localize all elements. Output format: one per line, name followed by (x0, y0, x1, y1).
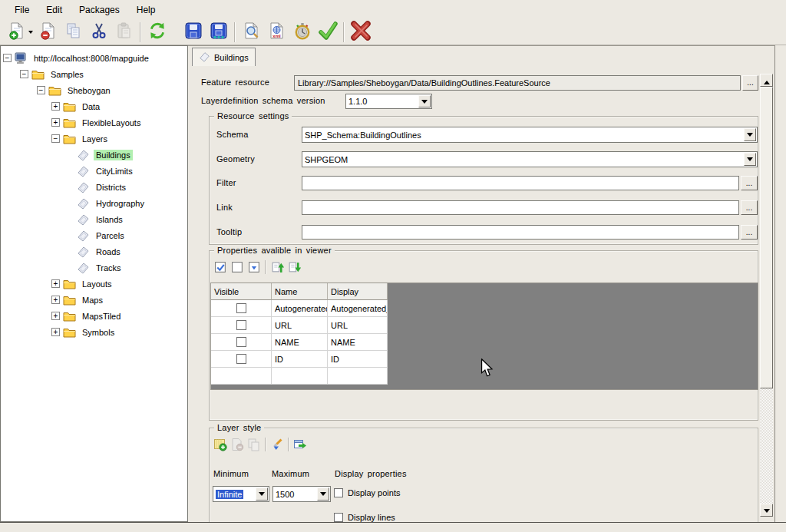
tree-item-label[interactable]: http://localhost:8008/mapguide (31, 53, 151, 64)
filter-browse-button[interactable]: ... (741, 176, 758, 190)
save-button[interactable] (180, 21, 206, 44)
schema-version-select[interactable]: 1.1.0 (345, 94, 432, 109)
chevron-down-icon[interactable] (744, 128, 756, 141)
tree-item-label[interactable]: Layers (80, 134, 110, 144)
tree-item-label[interactable]: Islands (94, 214, 125, 225)
scrollbar-thumb[interactable] (760, 87, 773, 388)
visible-cell[interactable] (211, 351, 272, 368)
display-cell[interactable]: URL (328, 317, 388, 334)
display-lines-checkbox[interactable] (334, 513, 343, 522)
name-cell[interactable]: Autogenerated_ (272, 300, 328, 317)
schema-select[interactable]: SHP_Schema:BuildingOutlines (302, 127, 758, 143)
tree-item-label[interactable]: Samples (48, 69, 86, 80)
tree-item-parcels[interactable]: Parcels (1, 227, 187, 243)
display-cell[interactable]: NAME (328, 334, 388, 351)
name-cell[interactable]: ID (272, 351, 328, 368)
column-header-name[interactable]: Name (272, 283, 328, 300)
tooltip-input[interactable] (302, 225, 739, 240)
collapse-expander-icon[interactable]: − (20, 70, 28, 78)
tree-item-citylimits[interactable]: CityLimits (1, 163, 187, 179)
collapse-expander-icon[interactable]: − (51, 134, 60, 143)
column-header-display[interactable]: Display (328, 283, 388, 300)
tree-item-label[interactable]: CityLimits (94, 166, 135, 177)
tree-item-tracks[interactable]: Tracks (1, 259, 187, 276)
style-wizard-button[interactable] (269, 437, 286, 452)
visible-cell[interactable] (211, 300, 272, 317)
tree-item-data[interactable]: + Data (1, 98, 187, 114)
display-points-checkbox[interactable] (334, 488, 343, 497)
move-property-up-button[interactable] (269, 259, 286, 275)
column-header-visible[interactable]: Visible (211, 283, 272, 300)
tree-item-label[interactable]: Layouts (80, 279, 114, 289)
menu-file[interactable]: File (6, 2, 38, 18)
visible-cell[interactable] (211, 317, 272, 334)
tree-item-label[interactable]: Symbols (80, 327, 117, 338)
scrollbar-track[interactable] (760, 388, 773, 504)
tree-item-label[interactable]: Data (80, 101, 102, 112)
tree-item-buildings[interactable]: Buildings (1, 147, 187, 163)
maximum-scale-combo[interactable]: 1500 (272, 486, 331, 502)
scroll-up-button[interactable] (760, 74, 773, 87)
tooltip-browse-button[interactable]: ... (741, 225, 758, 240)
preview-button[interactable] (239, 21, 264, 44)
cut-button[interactable] (86, 21, 111, 44)
visible-checkbox[interactable] (236, 354, 246, 364)
tab-buildings[interactable]: Buildings (192, 48, 256, 66)
link-input[interactable] (302, 200, 739, 215)
tree-item-districts[interactable]: Districts (1, 179, 187, 195)
expand-expander-icon[interactable]: + (51, 118, 60, 127)
check-all-button[interactable] (212, 259, 229, 275)
visible-checkbox[interactable] (236, 303, 246, 313)
xml-editor-button[interactable]: xml (264, 21, 289, 44)
geometry-select[interactable]: SHPGEOM (302, 151, 758, 167)
filter-input[interactable] (302, 176, 739, 190)
tree-item-layers[interactable]: − Layers (1, 131, 187, 147)
name-cell[interactable]: URL (272, 317, 328, 334)
save-as-button[interactable] (206, 21, 231, 44)
display-cell[interactable]: Autogenerated_ (328, 300, 388, 317)
display-cell[interactable]: ID (328, 351, 388, 368)
tree-item-layouts[interactable]: + Layouts (1, 276, 187, 292)
expand-expander-icon[interactable]: + (51, 279, 60, 288)
tree-item-label[interactable]: Sheboygan (65, 85, 113, 96)
tree-item-maps[interactable]: + Maps (1, 292, 187, 308)
tree-item-islands[interactable]: Islands (1, 211, 187, 227)
menu-help[interactable]: Help (128, 2, 164, 18)
tree-item-label[interactable]: Districts (94, 182, 128, 193)
collapse-expander-icon[interactable]: − (3, 54, 12, 62)
tree-item-label[interactable]: FlexibleLayouts (80, 117, 143, 128)
display-points-option[interactable]: Display points (334, 488, 400, 497)
close-button[interactable] (348, 21, 373, 44)
feature-resource-input[interactable]: Library://Samples/Sheboygan/Data/Buildin… (294, 75, 741, 91)
tree-item-label[interactable]: Hydrography (94, 198, 147, 209)
tree-item-label[interactable]: Parcels (94, 230, 127, 241)
tree-item-label[interactable]: Tracks (94, 263, 124, 273)
new-resource-button[interactable] (5, 21, 35, 44)
chevron-down-icon[interactable] (418, 95, 431, 107)
minimum-scale-combo[interactable]: Infinite (213, 486, 269, 502)
tree-item-sheboygan[interactable]: − Sheboygan (1, 82, 187, 98)
tree-item-hydrography[interactable]: Hydrography (1, 195, 187, 211)
chevron-down-icon[interactable] (744, 153, 756, 166)
check-options-button[interactable] (246, 259, 263, 275)
add-style-button[interactable] (212, 437, 229, 452)
show-in-browser-button[interactable] (292, 437, 309, 452)
uncheck-all-button[interactable] (229, 259, 246, 275)
collapse-expander-icon[interactable]: − (37, 86, 45, 94)
tree-item-label[interactable]: MapsTiled (80, 311, 123, 322)
tree-item-flexiblelayouts[interactable]: + FlexibleLayouts (1, 114, 187, 131)
tree-item-symbols[interactable]: + Symbols (1, 324, 187, 340)
refresh-button[interactable] (144, 21, 170, 44)
visible-checkbox[interactable] (236, 337, 246, 347)
menu-packages[interactable]: Packages (71, 2, 128, 18)
scroll-down-button[interactable] (760, 504, 773, 517)
link-browse-button[interactable]: ... (741, 200, 758, 215)
editor-scrollbar[interactable] (760, 74, 773, 516)
tree-item-mapstiled[interactable]: + MapsTiled (1, 308, 187, 324)
expand-expander-icon[interactable]: + (51, 296, 60, 304)
chevron-down-icon[interactable] (317, 487, 329, 501)
copy-button[interactable] (61, 21, 86, 44)
expand-expander-icon[interactable]: + (51, 312, 60, 320)
visible-cell[interactable] (211, 334, 272, 351)
tree-item-label-selected[interactable]: Buildings (94, 150, 133, 160)
